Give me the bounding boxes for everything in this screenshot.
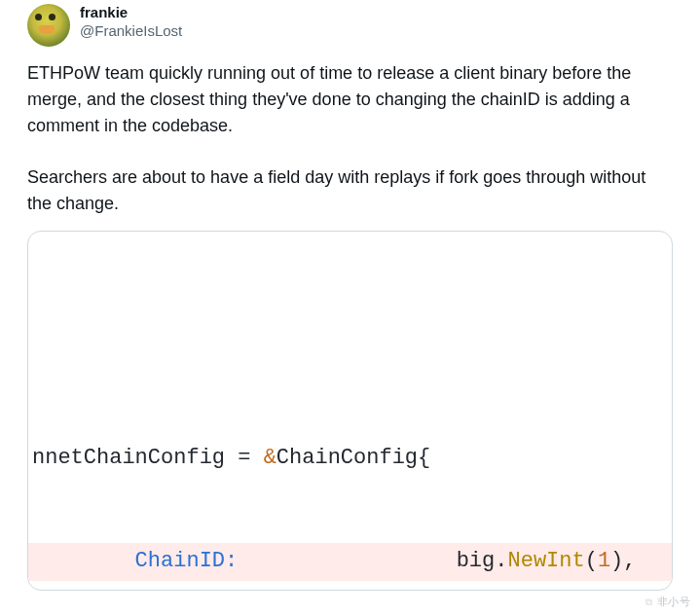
watermark: ⧉ 非小号: [645, 595, 690, 609]
user-info[interactable]: frankie @FrankieIsLost: [80, 4, 182, 41]
tweet-paragraph-1: ETHPoW team quickly running out of time …: [27, 60, 673, 139]
handle: @FrankieIsLost: [80, 22, 182, 41]
tweet-paragraph-2: Searchers are about to have a field day …: [27, 164, 673, 217]
embedded-image[interactable]: nnetChainConfig = &ChainConfig{ ChainID:…: [27, 231, 673, 591]
display-name: frankie: [80, 4, 182, 22]
tweet-container: frankie @FrankieIsLost ETHPoW team quick…: [0, 0, 700, 591]
watermark-icon: ⧉: [645, 597, 653, 608]
code-line-context: nnetChainConfig = &ChainConfig{: [28, 440, 672, 477]
avatar[interactable]: [27, 4, 70, 47]
code-line-removed: ChainID: big.NewInt(1),: [28, 543, 672, 580]
watermark-text: 非小号: [657, 595, 691, 609]
tweet-header: frankie @FrankieIsLost: [27, 4, 673, 47]
code-diff: nnetChainConfig = &ChainConfig{ ChainID:…: [28, 374, 672, 591]
tweet-text: ETHPoW team quickly running out of time …: [27, 60, 673, 217]
